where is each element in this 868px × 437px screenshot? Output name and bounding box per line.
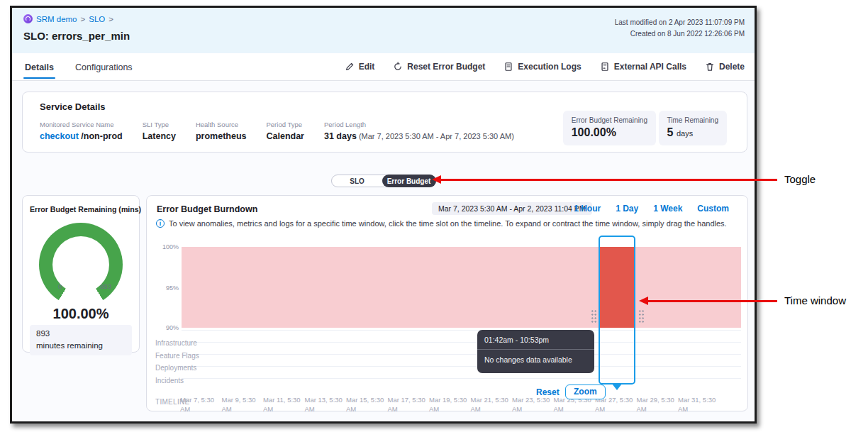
tab-toolbar-row: Details Configurations Edit Reset Error … (12, 53, 755, 81)
edit-label: Edit (359, 62, 375, 72)
tick-mar-29: Mar 29, 5:30AM (637, 396, 679, 414)
error-band[interactable] (182, 247, 741, 328)
info-text: To view anomalies, metrics and logs for … (169, 219, 727, 228)
range-1-hour[interactable]: 1 Hour (574, 204, 601, 214)
zoom-button[interactable]: Zoom (565, 385, 606, 399)
tick-mar-23: Mar 23, 5:30AM (512, 396, 554, 414)
page-title: SLO: errors_per_min (23, 30, 130, 42)
screenshot-frame: SRM demo > SLO > SLO: errors_per_min Las… (10, 6, 757, 424)
range-1-day[interactable]: 1 Day (616, 204, 638, 214)
service-details-card: Service Details Monitored Service Name c… (22, 92, 747, 153)
lane-incidents: Incidents (155, 377, 184, 385)
lane-deployments: Deployments (155, 364, 196, 372)
created-on: Created on 8 Jun 2022 12:26:06 PM (615, 28, 745, 40)
tick-mar-7: Mar 7, 5:30AM (180, 396, 222, 414)
delete-button[interactable]: Delete (705, 62, 745, 72)
content-area: Service Details Monitored Service Name c… (12, 81, 755, 421)
document-icon (503, 62, 513, 72)
service-details-title: Service Details (40, 101, 106, 112)
field-health-source: Health Source prometheus (196, 121, 247, 141)
minutes-remaining-label: minutes remaining (36, 340, 126, 352)
document-api-icon (600, 62, 610, 72)
tick-mar-17: Mar 17, 5:30AM (388, 396, 430, 414)
window-left-drag-handle[interactable] (591, 309, 597, 323)
external-api-calls-button[interactable]: External API Calls (600, 62, 686, 72)
reset-circular-arrow-icon (393, 62, 403, 72)
pencil-icon (345, 62, 355, 72)
lane-feature-flags: Feature Flags (155, 352, 199, 360)
delete-label: Delete (719, 62, 745, 72)
tick-mar-9: Mar 9, 5:30AM (222, 396, 264, 414)
error-budget-burndown-card: Error Budget Burndown Mar 7, 2023 5:30 A… (146, 195, 748, 411)
field-period-length: Period Length 31 days (Mar 7, 2023 5:30 … (324, 121, 514, 141)
tick-mar-15: Mar 15, 5:30AM (346, 396, 388, 414)
toggle-error-budget-option[interactable]: Error Budget (382, 175, 436, 187)
reset-error-budget-button[interactable]: Reset Error Budget (393, 62, 485, 72)
time-remaining-value: 5 (667, 126, 674, 138)
field-sli-type: SLI Type Latency (143, 121, 176, 141)
toggle-slo-option[interactable]: SLO (332, 175, 383, 187)
info-icon: i (156, 219, 165, 228)
y-tick-95: 95% (147, 284, 179, 292)
gauge-title: Error Budget Remaining (mins) (30, 205, 141, 214)
minutes-remaining-value: 893 (36, 328, 126, 340)
gauge-min: 0 (58, 282, 62, 290)
period-length-range: (Mar 7, 2023 5:30 AM - Apr 7, 2023 5:30 … (357, 132, 514, 140)
timeline-tooltip: 01:42am - 10:53pm No changes data availa… (477, 330, 594, 373)
time-window-selection[interactable] (599, 236, 635, 385)
breadcrumb-slo[interactable]: SLO (89, 15, 105, 23)
trash-icon (705, 62, 715, 72)
range-custom[interactable]: Custom (697, 204, 729, 214)
external-api-calls-label: External API Calls (614, 62, 686, 72)
window-right-drag-handle[interactable] (638, 309, 645, 323)
tooltip-message: No changes data available (477, 350, 594, 373)
gauge-percent: 100.00% (23, 306, 139, 322)
breadcrumb-app[interactable]: SRM demo (36, 15, 77, 23)
tick-mar-11: Mar 11, 5:30AM (263, 396, 305, 414)
environment-suffix: /non-prod (79, 131, 123, 141)
window-bottom-marker (612, 384, 622, 390)
field-period-type: Period Type Calendar (266, 121, 304, 141)
gauge-max: 893 (100, 282, 111, 290)
breadcrumb-separator: > (81, 15, 86, 23)
time-remaining-box: Time Remaining 5 days (659, 111, 727, 145)
tooltip-time-range: 01:42am - 10:53pm (477, 330, 594, 349)
time-window-arrow-line (647, 300, 777, 302)
tab-details[interactable]: Details (23, 55, 55, 79)
timeline-ticks: Mar 7, 5:30AM Mar 9, 5:30AM Mar 11, 5:30… (180, 396, 720, 414)
lane-infrastructure: Infrastructure (155, 339, 197, 347)
minutes-remaining-box: 893 minutes remaining (30, 325, 132, 355)
tick-mar-31: Mar 31, 5:30AM (678, 396, 720, 414)
timestamps: Last modified on 2 Apr 2023 11:07:09 PM … (615, 17, 745, 39)
monitored-service-link[interactable]: checkout (40, 131, 79, 141)
period-length-value: 31 days (324, 131, 357, 141)
srm-brand-icon (23, 14, 33, 23)
tick-mar-13: Mar 13, 5:30AM (305, 396, 347, 414)
range-1-week[interactable]: 1 Week (653, 204, 682, 214)
breadcrumb-separator: > (108, 15, 113, 23)
y-tick-90: 90% (147, 324, 179, 331)
annotation-time-window: Time window (784, 294, 846, 306)
edit-button[interactable]: Edit (345, 62, 375, 72)
date-range-chip[interactable]: Mar 7, 2023 5:30 AM - Apr 2, 2023 11:04 … (432, 202, 592, 215)
error-budget-remaining-box: Error Budget Remaining 100.00% (563, 111, 656, 145)
last-modified: Last modified on 2 Apr 2023 11:07:09 PM (615, 17, 745, 28)
selected-window-fill (600, 247, 634, 328)
toggle-arrow-line (440, 179, 777, 181)
page: SRM demo > SLO > SLO: errors_per_min Las… (0, 0, 868, 437)
error-budget-donut-gauge: 0 893 (39, 223, 123, 306)
burndown-title: Error Budget Burndown (157, 204, 257, 214)
change-lanes-grid (182, 330, 741, 387)
execution-logs-label: Execution Logs (518, 62, 581, 72)
info-banner: i To view anomalies, metrics and logs fo… (156, 219, 727, 228)
breadcrumb: SRM demo > SLO > (23, 14, 113, 23)
time-range-links: 1 Hour 1 Day 1 Week Custom (574, 204, 729, 214)
tick-mar-19: Mar 19, 5:30AM (429, 396, 471, 414)
reset-zoom-link[interactable]: Reset (536, 387, 560, 397)
tab-configurations[interactable]: Configurations (74, 55, 134, 79)
slo-errorbudget-toggle: SLO Error Budget (331, 175, 436, 187)
y-tick-100: 100% (147, 243, 179, 250)
field-monitored-service: Monitored Service Name checkout /non-pro… (40, 121, 123, 141)
page-header: SRM demo > SLO > SLO: errors_per_min Las… (12, 8, 755, 53)
execution-logs-button[interactable]: Execution Logs (503, 62, 581, 72)
